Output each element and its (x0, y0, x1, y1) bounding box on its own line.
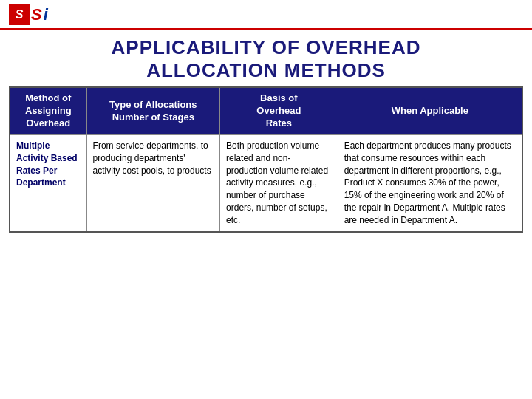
cell-method: MultipleActivity BasedRates PerDepartmen… (10, 135, 86, 232)
cell-basis: Both production volume related and non-p… (220, 135, 338, 232)
logo: S S i (9, 4, 48, 25)
title-line1: APPLICABILITY OF OVERHEAD (15, 36, 517, 59)
overhead-table: Method ofAssigningOverhead Type of Alloc… (9, 86, 523, 232)
cell-type: From service departments, to producing d… (86, 135, 219, 232)
cell-when: Each department produces many products t… (338, 135, 522, 232)
logo-box: S (9, 4, 30, 25)
title-area: APPLICABILITY OF OVERHEAD ALLOCATION MET… (0, 30, 532, 86)
table-header-row: Method ofAssigningOverhead Type of Alloc… (10, 87, 522, 134)
title-line2: ALLOCATION METHODS (15, 59, 517, 82)
table-row: MultipleActivity BasedRates PerDepartmen… (10, 135, 522, 232)
col-header-basis: Basis ofOverheadRates (220, 87, 338, 134)
logo-second-s: S (31, 5, 42, 24)
main-title: APPLICABILITY OF OVERHEAD ALLOCATION MET… (15, 36, 517, 82)
logo-s-icon: S (16, 8, 24, 21)
logo-i: i (44, 5, 48, 24)
col-header-when: When Applicable (338, 87, 522, 134)
col-header-type: Type of AllocationsNumber of Stages (86, 87, 219, 134)
table-container: Method ofAssigningOverhead Type of Alloc… (0, 86, 532, 399)
header: S S i (0, 0, 532, 30)
page: S S i APPLICABILITY OF OVERHEAD ALLOCATI… (0, 0, 532, 399)
col-header-method: Method ofAssigningOverhead (10, 87, 86, 134)
